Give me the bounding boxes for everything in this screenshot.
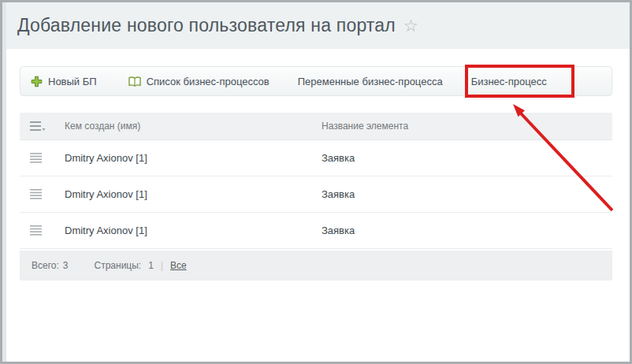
bp-variables-label: Переменные бизнес-процесса xyxy=(298,76,443,87)
bp-grid: Кем создан (имя) Название элемента Dmitr… xyxy=(20,113,612,249)
row-menu-icon[interactable] xyxy=(30,189,42,199)
grid-header-row: Кем создан (имя) Название элемента xyxy=(20,113,612,140)
column-header-element-name[interactable]: Название элемента xyxy=(322,121,612,132)
book-icon xyxy=(128,76,141,87)
table-row: Dmitry Axionov [1] Заявка xyxy=(20,213,612,249)
pages-label: Страницы: xyxy=(95,260,142,271)
bp-list-label: Список бизнес-процессов xyxy=(147,76,270,87)
cell-created-by: Dmitry Axionov [1] xyxy=(65,152,322,164)
cell-element-name: Заявка xyxy=(322,188,612,200)
page-title: Добавление нового пользователя на портал xyxy=(17,15,396,36)
new-bp-button[interactable]: Новый БП xyxy=(31,76,97,87)
total-value: 3 xyxy=(63,260,69,271)
bp-variables-button[interactable]: Переменные бизнес-процесса xyxy=(298,76,443,87)
cell-element-name: Заявка xyxy=(322,225,612,236)
bp-template-button[interactable]: Бизнес-процесс xyxy=(471,76,547,87)
cell-created-by: Dmitry Axionov [1] xyxy=(65,225,322,236)
favorite-star-icon[interactable]: ☆ xyxy=(403,17,418,34)
show-all-link[interactable]: Все xyxy=(170,260,187,271)
footer-separator: | xyxy=(161,260,163,271)
content-area: Новый БП Список бизнес-процессов Перемен… xyxy=(6,49,630,362)
plus-icon xyxy=(31,76,43,87)
cell-created-by: Dmitry Axionov [1] xyxy=(65,188,322,200)
new-bp-label: Новый БП xyxy=(48,76,97,87)
cell-element-name: Заявка xyxy=(322,152,612,164)
app-window: Добавление нового пользователя на портал… xyxy=(0,0,632,364)
row-menu-icon[interactable] xyxy=(30,153,42,163)
table-row: Dmitry Axionov [1] Заявка xyxy=(20,140,612,176)
bp-template-label: Бизнес-процесс xyxy=(471,76,547,87)
column-header-created-by[interactable]: Кем создан (имя) xyxy=(65,121,322,132)
grid-footer: Всего: 3 Страницы: 1 | Все xyxy=(20,251,612,280)
total-label: Всего: xyxy=(32,260,59,271)
current-page: 1 xyxy=(148,260,154,271)
title-bar: Добавление нового пользователя на портал… xyxy=(6,2,630,49)
row-menu-icon[interactable] xyxy=(30,225,42,236)
bp-list-button[interactable]: Список бизнес-процессов xyxy=(128,76,270,87)
table-row: Dmitry Axionov [1] Заявка xyxy=(20,176,612,213)
toolbar: Новый БП Список бизнес-процессов Перемен… xyxy=(20,66,612,96)
grid-settings-icon[interactable] xyxy=(30,121,46,132)
